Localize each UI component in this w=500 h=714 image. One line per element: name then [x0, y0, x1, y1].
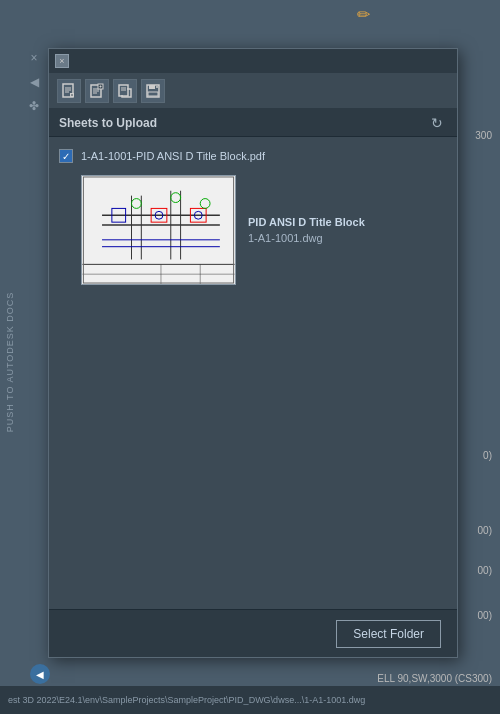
svg-point-19 — [156, 86, 158, 88]
checkbox-check-icon: ✓ — [62, 151, 70, 162]
file-item: ✓ 1-A1-1001-PID ANSI D Title Block.pdf — [57, 145, 449, 167]
svg-rect-17 — [149, 85, 155, 89]
right-panel-item-003: 00) — [478, 610, 492, 621]
arrow-indicator[interactable]: ◀ — [30, 664, 50, 684]
toolbar-btn-2[interactable] — [85, 79, 109, 103]
file-checkbox[interactable]: ✓ — [59, 149, 73, 163]
file-detail-row: PID ANSI D Title Block 1-A1-1001.dwg — [57, 167, 449, 293]
dialog-footer: Select Folder — [49, 609, 457, 657]
right-panel-item-0: 0) — [483, 450, 492, 461]
vertical-label: PUSH TO AUTODESK DOCS — [5, 292, 15, 433]
pencil-icon: ✏ — [357, 5, 370, 24]
sidebar-back-icon[interactable]: ◀ — [24, 72, 44, 92]
select-folder-button[interactable]: Select Folder — [336, 620, 441, 648]
file-name: 1-A1-1001-PID ANSI D Title Block.pdf — [81, 150, 265, 162]
toolbar-btn-1[interactable] — [57, 79, 81, 103]
bottom-bar-text: est 3D 2022\E24.1\env\SampleProjects\Sam… — [8, 695, 365, 705]
file-info-title: PID ANSI D Title Block — [248, 216, 365, 228]
thumbnail — [81, 175, 236, 285]
refresh-button[interactable]: ↻ — [427, 113, 447, 133]
section-header: Sheets to Upload ↻ — [49, 109, 457, 137]
sidebar-settings-icon[interactable]: ✤ — [24, 96, 44, 116]
right-panel-bottom-item: ELL 90,SW,3000 (CS300) — [377, 673, 492, 684]
section-title: Sheets to Upload — [59, 116, 157, 130]
left-sidebar: × ◀ ✤ — [20, 48, 48, 116]
dialog-title-bar: × — [49, 49, 457, 73]
file-list-area: ✓ 1-A1-1001-PID ANSI D Title Block.pdf — [49, 137, 457, 301]
sidebar-close-icon[interactable]: × — [24, 48, 44, 68]
dialog-close-button[interactable]: × — [55, 54, 69, 68]
toolbar-btn-4[interactable] — [141, 79, 165, 103]
svg-rect-20 — [82, 176, 234, 284]
toolbar-btn-3[interactable] — [113, 79, 137, 103]
right-panel-item-002: 00) — [478, 565, 492, 576]
file-info: PID ANSI D Title Block 1-A1-1001.dwg — [248, 175, 365, 285]
right-panel-item-001: 00) — [478, 525, 492, 536]
dialog-panel: × — [48, 48, 458, 658]
svg-rect-18 — [148, 92, 158, 96]
file-info-subtitle: 1-A1-1001.dwg — [248, 232, 365, 244]
toolbar — [49, 73, 457, 109]
right-panel-item-300: 300 — [475, 130, 492, 141]
content-area: ✓ 1-A1-1001-PID ANSI D Title Block.pdf — [49, 137, 457, 557]
bottom-bar: est 3D 2022\E24.1\env\SampleProjects\Sam… — [0, 686, 500, 714]
